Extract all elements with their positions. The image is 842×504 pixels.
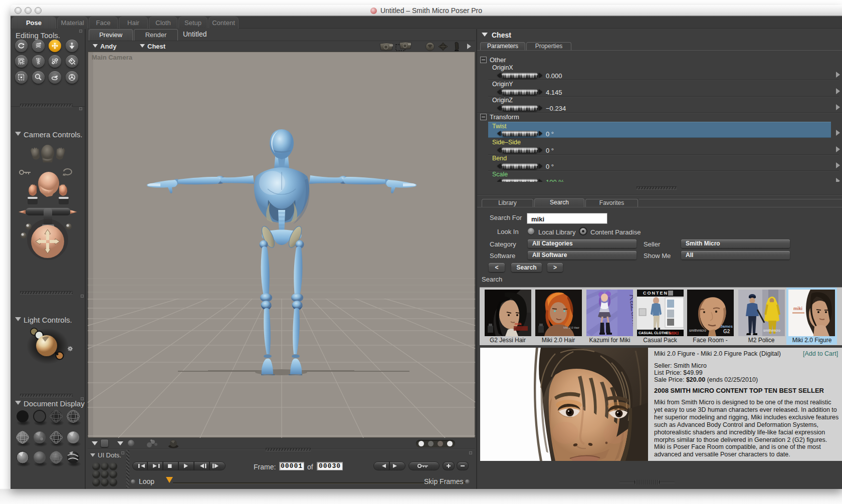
- svg-text:smithmicro: smithmicro: [763, 329, 780, 332]
- svg-text:CONTENT: CONTENT: [643, 291, 672, 296]
- svg-text:G2: G2: [723, 329, 730, 334]
- svg-text:James: James: [720, 324, 733, 329]
- svg-text:miki: miki: [793, 306, 802, 311]
- svg-text:MIKI: MIKI: [669, 331, 679, 336]
- svg-text:mik: mik: [515, 322, 522, 326]
- svg-text:Mik 2.0 Hair: Mik 2.0 Hair: [563, 326, 579, 329]
- svg-text:CASUAL CLOTHES: CASUAL CLOTHES: [639, 331, 671, 335]
- svg-text:Main Camera: Main Camera: [92, 54, 133, 61]
- svg-text:smithmicro: smithmicro: [689, 329, 706, 332]
